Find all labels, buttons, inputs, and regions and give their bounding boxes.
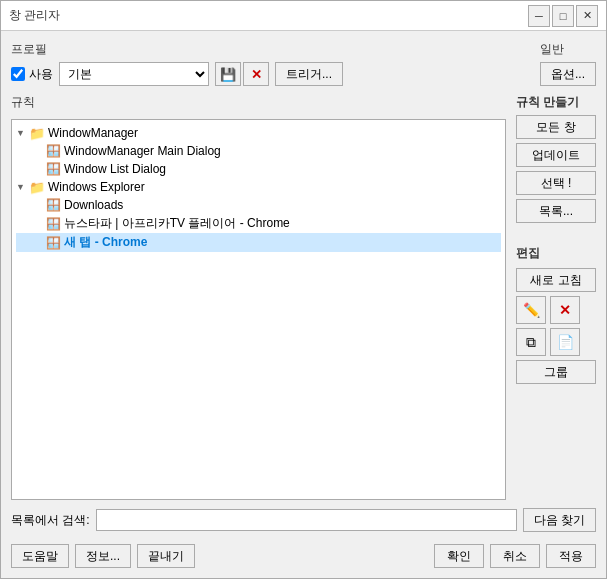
update-button[interactable]: 업데이트 (516, 143, 596, 167)
pencil-button[interactable]: ✏️ (516, 296, 546, 324)
delete-icon: ✕ (251, 67, 262, 82)
tree-label-windows-explorer: Windows Explorer (48, 180, 145, 194)
profile-row: 사용 기본 💾 ✕ 트리거... (11, 62, 530, 86)
all-windows-button[interactable]: 모든 창 (516, 115, 596, 139)
tree-item-list-dialog[interactable]: 🪟 Window List Dialog (16, 160, 501, 178)
apply-button[interactable]: 적용 (546, 544, 596, 568)
close-button[interactable]: ✕ (576, 5, 598, 27)
edit-section: 편집 새로 고침 ✏️ ✕ ⧉ (516, 245, 596, 384)
rules-tree: ▼ 📁 WindowManager 🪟 WindowManager Main D… (11, 119, 506, 500)
tree-item-windows-explorer[interactable]: ▼ 📁 Windows Explorer (16, 178, 501, 196)
window-icon-list-dialog: 🪟 (45, 161, 61, 177)
rules-label: 규칙 (11, 94, 506, 111)
paste-icon: 📄 (557, 334, 574, 350)
search-label: 목록에서 검색: (11, 512, 90, 529)
bottom-left-buttons: 도움말 정보... 끝내기 (11, 544, 195, 568)
tree-item-downloads[interactable]: 🪟 Downloads (16, 196, 501, 214)
delete-profile-button[interactable]: ✕ (243, 62, 269, 86)
trigger-button[interactable]: 트리거... (275, 62, 343, 86)
top-section: 프로필 사용 기본 💾 ✕ (11, 41, 596, 86)
tree-label-windowmanager: WindowManager (48, 126, 138, 140)
folder-icon-we: 📁 (29, 179, 45, 195)
main-content: 프로필 사용 기본 💾 ✕ (1, 31, 606, 578)
paste-button[interactable]: 📄 (550, 328, 580, 356)
tree-item-main-dialog[interactable]: 🪟 WindowManager Main Dialog (16, 142, 501, 160)
close-app-button[interactable]: 끝내기 (137, 544, 195, 568)
bottom-buttons: 도움말 정보... 끝내기 확인 취소 적용 (11, 540, 596, 568)
main-window: 창 관리자 ─ □ ✕ 프로필 사용 기본 (0, 0, 607, 579)
rules-create-label: 규칙 만들기 (516, 94, 596, 111)
rules-create-buttons: 모든 창 업데이트 선택 ! 목록... (516, 115, 596, 223)
cancel-button[interactable]: 취소 (490, 544, 540, 568)
use-checkbox-label[interactable]: 사용 (11, 66, 53, 83)
window-icon-main-dialog: 🪟 (45, 143, 61, 159)
delete-rule-button[interactable]: ✕ (550, 296, 580, 324)
window-icon-news-chrome: 🪟 (45, 216, 61, 232)
window-title: 창 관리자 (9, 7, 60, 24)
maximize-button[interactable]: □ (552, 5, 574, 27)
copy-icon: ⧉ (526, 334, 536, 351)
options-button[interactable]: 옵션... (540, 62, 596, 86)
tree-label-list-dialog: Window List Dialog (64, 162, 166, 176)
window-icon-downloads: 🪟 (45, 197, 61, 213)
edit-copy-row: ⧉ 📄 (516, 328, 596, 356)
tree-label-main-dialog: WindowManager Main Dialog (64, 144, 221, 158)
copy-button[interactable]: ⧉ (516, 328, 546, 356)
collapse-icon-wm[interactable]: ▼ (16, 128, 26, 138)
folder-icon-wm: 📁 (29, 125, 45, 141)
next-find-button[interactable]: 다음 찾기 (523, 508, 596, 532)
rules-section: 규칙 ▼ 📁 WindowManager 🪟 WindowManager Mai… (11, 94, 506, 500)
save-profile-button[interactable]: 💾 (215, 62, 241, 86)
profile-icons: 💾 ✕ (215, 62, 269, 86)
window-icon-new-tab-chrome: 🪟 (45, 235, 61, 251)
tree-label-news-chrome: 뉴스타파 | 아프리카TV 플레이어 - Chrome (64, 215, 290, 232)
select-button[interactable]: 선택 ! (516, 171, 596, 195)
group-button[interactable]: 그룹 (516, 360, 596, 384)
profile-group: 프로필 사용 기본 💾 ✕ (11, 41, 530, 86)
use-label: 사용 (29, 66, 53, 83)
titlebar-controls: ─ □ ✕ (528, 5, 598, 27)
profile-select[interactable]: 기본 (59, 62, 209, 86)
tree-label-new-tab-chrome: 새 탭 - Chrome (64, 234, 147, 251)
help-button[interactable]: 도움말 (11, 544, 69, 568)
search-input[interactable] (96, 509, 517, 531)
edit-label: 편집 (516, 245, 596, 262)
tree-item-windowmanager[interactable]: ▼ 📁 WindowManager (16, 124, 501, 142)
titlebar: 창 관리자 ─ □ ✕ (1, 1, 606, 31)
rules-create-section: 규칙 만들기 모든 창 업데이트 선택 ! 목록... (516, 94, 596, 223)
minimize-button[interactable]: ─ (528, 5, 550, 27)
pencil-icon: ✏️ (523, 302, 540, 318)
middle-area: 규칙 ▼ 📁 WindowManager 🪟 WindowManager Mai… (11, 94, 596, 500)
use-checkbox[interactable] (11, 67, 25, 81)
bottom-right-buttons: 확인 취소 적용 (434, 544, 596, 568)
new-fix-button[interactable]: 새로 고침 (516, 268, 596, 292)
tree-item-new-tab-chrome[interactable]: 🪟 새 탭 - Chrome (16, 233, 501, 252)
red-x-icon: ✕ (559, 302, 571, 318)
tree-label-downloads: Downloads (64, 198, 123, 212)
right-panel: 규칙 만들기 모든 창 업데이트 선택 ! 목록... 편집 새로 고침 ✏️ (516, 94, 596, 500)
profile-label: 프로필 (11, 41, 530, 58)
list-button[interactable]: 목록... (516, 199, 596, 223)
tree-item-news-chrome[interactable]: 🪟 뉴스타파 | 아프리카TV 플레이어 - Chrome (16, 214, 501, 233)
save-icon: 💾 (220, 67, 236, 82)
edit-icon-row: ✏️ ✕ (516, 296, 596, 324)
general-group: 일반 옵션... (540, 41, 596, 86)
general-label: 일반 (540, 41, 564, 58)
info-button[interactable]: 정보... (75, 544, 131, 568)
ok-button[interactable]: 확인 (434, 544, 484, 568)
search-row: 목록에서 검색: 다음 찾기 (11, 508, 596, 532)
collapse-icon-we[interactable]: ▼ (16, 182, 26, 192)
